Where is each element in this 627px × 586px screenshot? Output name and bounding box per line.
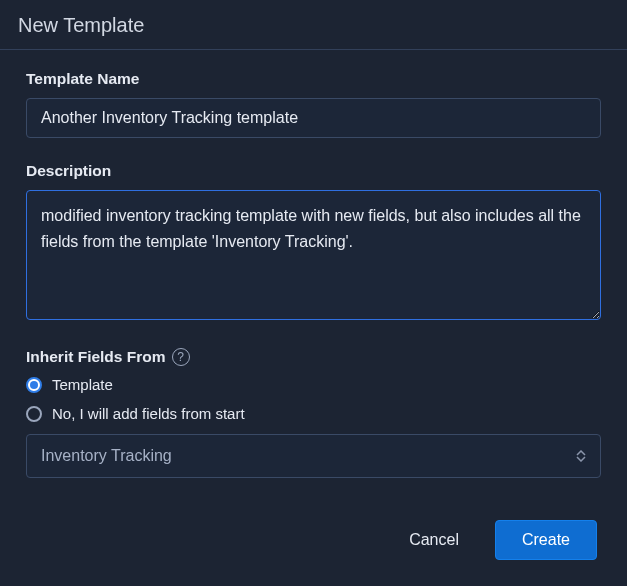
create-button[interactable]: Create (495, 520, 597, 560)
dialog-title: New Template (0, 0, 627, 49)
description-textarea[interactable] (26, 190, 601, 320)
template-name-input[interactable] (26, 98, 601, 138)
form: Template Name Description Inherit Fields… (0, 50, 627, 498)
cancel-button[interactable]: Cancel (403, 521, 465, 559)
radio-none-label: No, I will add fields from start (52, 405, 245, 422)
inherit-select[interactable]: Inventory Tracking (26, 434, 601, 478)
radio-none[interactable]: No, I will add fields from start (26, 405, 601, 422)
template-name-label: Template Name (26, 70, 601, 88)
new-template-dialog: New Template Template Name Description I… (0, 0, 627, 586)
radio-template-label: Template (52, 376, 113, 393)
radio-none-input[interactable] (26, 406, 42, 422)
dialog-footer: Cancel Create (0, 498, 627, 586)
template-name-block: Template Name (26, 64, 601, 138)
inherit-block: Inherit Fields From ? Template No, I wil… (26, 342, 601, 478)
inherit-select-value: Inventory Tracking (41, 447, 172, 465)
inherit-label-text: Inherit Fields From (26, 348, 166, 366)
radio-template-input[interactable] (26, 377, 42, 393)
help-icon[interactable]: ? (172, 348, 190, 366)
chevron-updown-icon (576, 450, 586, 462)
description-block: Description (26, 156, 601, 324)
radio-template[interactable]: Template (26, 376, 601, 393)
inherit-label: Inherit Fields From ? (26, 348, 601, 366)
description-label: Description (26, 162, 601, 180)
